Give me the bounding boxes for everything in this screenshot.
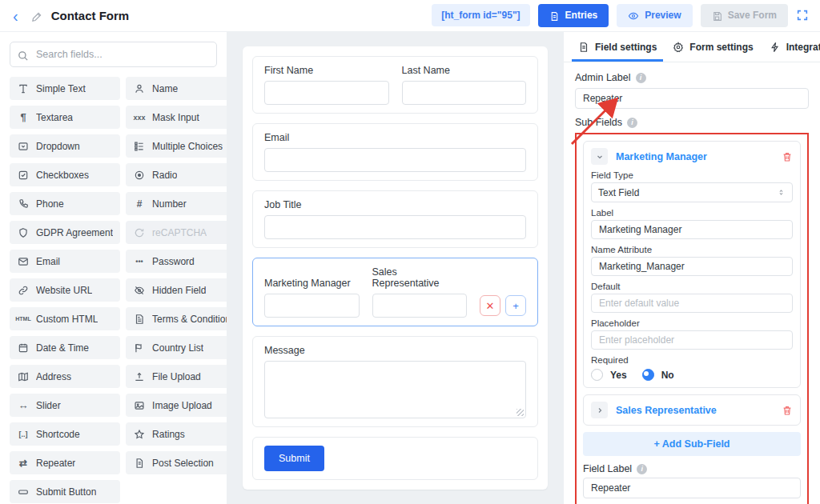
file-icon (578, 42, 589, 53)
required-no-radio[interactable] (642, 369, 654, 381)
chevron-down-icon[interactable] (591, 148, 608, 165)
user-icon (133, 83, 146, 94)
tab-form-settings[interactable]: Form settings (666, 32, 759, 62)
trash-icon[interactable] (782, 151, 793, 162)
save-form-button[interactable]: Save Form (701, 4, 788, 26)
sidebar-item-repeater[interactable]: ⇄ Repeater (10, 451, 120, 474)
name-field-block[interactable]: First Name Last Name (252, 56, 538, 114)
message-label: Message (264, 345, 526, 356)
form-canvas: First Name Last Name Email Job Title (227, 32, 564, 504)
add-sub-field-button[interactable]: + Add Sub-Field (583, 432, 801, 456)
sidebar-item-date-time[interactable]: Date & Time (10, 336, 120, 359)
sidebar-item-recaptcha: reCAPTCHA (126, 221, 227, 244)
sidebar-item-submit-button[interactable]: Submit Button (10, 480, 120, 503)
repeater-sub2-input[interactable] (372, 294, 468, 318)
tab-field-settings[interactable]: Field settings (572, 32, 663, 62)
sidebar-item-gdpr-agreement[interactable]: GDPR Agreement (10, 221, 120, 244)
label-input[interactable] (591, 220, 793, 239)
field-type-select[interactable]: Text Field (591, 182, 793, 202)
sidebar-item-checkboxes[interactable]: Checkboxes (10, 163, 120, 186)
repeater-remove-row-button[interactable]: ✕ (480, 295, 500, 316)
image-icon (133, 400, 146, 411)
sidebar-item-file-upload[interactable]: File Upload (126, 365, 227, 388)
field-label-label: Field Label (583, 463, 632, 474)
calendar-icon (17, 342, 30, 354)
sidebar-item-mask-input[interactable]: xxx Mask Input (126, 106, 227, 129)
info-icon[interactable]: i (627, 118, 637, 128)
sidebar-item-slider[interactable]: ↔ Slider (10, 394, 120, 417)
default-input[interactable] (591, 294, 793, 313)
sidebar-item-simple-text[interactable]: Simple Text (10, 77, 120, 100)
sidebar-item-ratings[interactable]: Ratings (126, 422, 227, 446)
chevron-right-icon[interactable] (591, 402, 608, 418)
info-icon[interactable]: i (636, 73, 646, 83)
page-title: Contact Form (51, 9, 130, 22)
info-icon[interactable]: i (637, 464, 647, 474)
entries-doc-icon (549, 10, 560, 21)
message-field-block[interactable]: Message (252, 336, 538, 427)
sidebar-item-custom-html[interactable]: HTML Custom HTML (10, 307, 120, 330)
sidebar-item-number[interactable]: # Number (126, 192, 227, 215)
sidebar-item-radio[interactable]: Radio (126, 163, 227, 186)
edit-title-icon[interactable] (31, 9, 43, 23)
sidebar-item-phone[interactable]: Phone (10, 192, 120, 215)
name-attribute-input[interactable] (591, 257, 793, 276)
save-icon (712, 10, 722, 21)
placeholder-input[interactable] (591, 330, 793, 350)
field-label-input[interactable] (583, 478, 801, 498)
repeater-field-block[interactable]: Marketing Manager Sales Representative ✕… (252, 258, 538, 326)
required-no-label: No (661, 370, 674, 381)
sidebar-item-name[interactable]: Name (126, 77, 227, 100)
required-label: Required (591, 355, 793, 365)
sidebar-item-address[interactable]: Address (10, 365, 120, 388)
sidebar-item-website-url[interactable]: Website URL (10, 278, 120, 302)
trash-icon[interactable] (782, 405, 793, 416)
tab-integrations[interactable]: Integrations (763, 32, 820, 62)
entries-button[interactable]: Entries (538, 4, 609, 26)
message-textarea[interactable] (264, 361, 526, 418)
required-yes-radio[interactable] (591, 369, 603, 381)
fullscreen-icon[interactable] (796, 9, 809, 22)
last-name-input[interactable] (402, 81, 527, 105)
back-button[interactable]: ‹ (8, 8, 23, 24)
sidebar-item-textarea[interactable]: ¶ Textarea (10, 106, 120, 129)
sidebar-item-post-selection[interactable]: Post Selection (126, 451, 227, 474)
post-icon (133, 458, 146, 469)
header: ‹ Contact Form [ht_form id="95"] Entries… (0, 0, 820, 32)
map-icon (17, 371, 30, 382)
sidebar-item-dropdown[interactable]: Dropdown (10, 134, 120, 158)
sub-field-title[interactable]: Marketing Manager (616, 151, 774, 162)
job-title-input[interactable] (264, 215, 526, 239)
sub-field-card-sales-representative: Sales Representative (583, 394, 801, 426)
search-fields-input[interactable] (10, 42, 217, 67)
sidebar-item-image-upload[interactable]: Image Upload (126, 394, 227, 417)
settings-panel: Field settings Form settings Integration… (564, 32, 820, 504)
repeater-sub1-input[interactable] (264, 294, 360, 318)
email-field-block[interactable]: Email (252, 123, 538, 181)
repeater-add-row-button[interactable]: + (505, 295, 526, 316)
email-input[interactable] (264, 148, 526, 172)
eye-off-icon (133, 285, 146, 296)
admin-label-input[interactable] (575, 88, 809, 109)
sidebar-item-email[interactable]: Email (10, 250, 120, 273)
first-name-input[interactable] (264, 81, 389, 105)
job-title-field-block[interactable]: Job Title (252, 190, 538, 248)
shortcode-chip[interactable]: [ht_form id="95"] (432, 4, 529, 26)
sidebar-item-hidden-field[interactable]: Hidden Field (126, 278, 227, 302)
sidebar-item-terms-conditions[interactable]: Terms & Conditions (126, 307, 227, 330)
form-preview-card: First Name Last Name Email Job Title (243, 46, 548, 490)
link-icon (17, 285, 30, 296)
upload-icon (133, 371, 146, 382)
submit-field-block[interactable]: Submit (252, 437, 538, 480)
last-name-label: Last Name (402, 65, 527, 76)
sidebar-item-country-list[interactable]: Country List (126, 336, 227, 359)
sidebar-item-multiple-choices[interactable]: Multiple Choices (126, 134, 227, 158)
sub-field-title[interactable]: Sales Representative (616, 405, 774, 416)
field-palette-sidebar: Simple Text Name ¶ Textarea xxx Mask Inp… (0, 32, 227, 504)
submit-button[interactable]: Submit (264, 446, 324, 471)
sidebar-item-password[interactable]: ••• Password (126, 250, 227, 273)
preview-button[interactable]: Preview (617, 4, 692, 27)
field-type-label: Field Type (591, 170, 793, 180)
sidebar-item-shortcode[interactable]: [..] Shortcode (10, 422, 120, 446)
type-icon (17, 83, 30, 94)
